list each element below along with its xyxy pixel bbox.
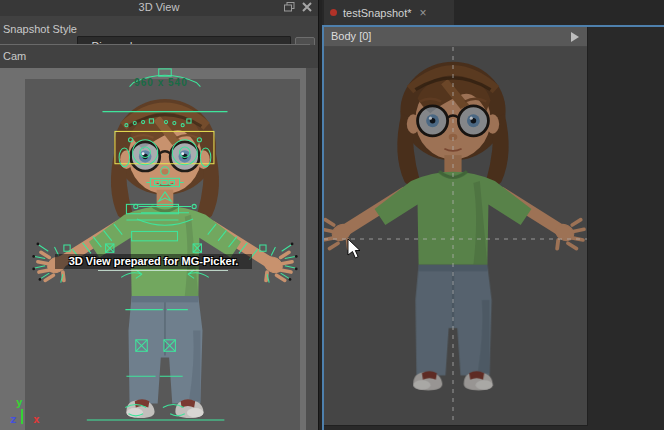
app-window: 3D View Snapshot Style ~Dimmed .. Cam (0, 0, 664, 430)
close-icon[interactable] (302, 2, 312, 12)
axis-y-label: y (16, 396, 23, 409)
resolution-gate-text: 960 x 540 (25, 77, 297, 88)
tab-label: testSnapshot* (343, 7, 412, 19)
cam-label: Cam (3, 50, 26, 62)
snapshot-style-label: Snapshot Style (3, 23, 77, 35)
viewport-edge-gutter (306, 68, 318, 430)
3d-view-panel: 3D View Snapshot Style ~Dimmed .. Cam (0, 0, 319, 430)
axis-z-label: z (10, 413, 17, 426)
tab-bar: testSnapshot* × (322, 0, 664, 25)
float-window-icon[interactable] (284, 2, 295, 12)
axis-y-line (21, 409, 23, 424)
banner-underline (98, 270, 228, 271)
body-group-header[interactable]: Body [0] (324, 27, 587, 47)
mouse-cursor-icon (348, 239, 360, 258)
modified-dot-icon (330, 9, 337, 16)
snapshot-canvas[interactable] (324, 47, 587, 425)
snapshot-editor-panel: testSnapshot* × Body [0] (322, 0, 664, 430)
body-group-label: Body [0] (331, 30, 371, 42)
viewport-banner-text: 3D View prepared for MG-Picker. (55, 254, 252, 269)
tab-testsnapshot[interactable]: testSnapshot* × (324, 0, 454, 25)
left-viewport-canvas[interactable] (0, 68, 318, 430)
right-viewport-canvas[interactable] (324, 47, 587, 425)
snapshot-view[interactable]: Body [0] (324, 27, 588, 426)
axis-x-label: x (33, 413, 40, 426)
play-icon[interactable] (571, 32, 579, 42)
cam-row: Cam front (0, 45, 318, 68)
snapshot-panel-focused: Body [0] (322, 25, 664, 430)
panel-title: 3D View (0, 1, 318, 13)
3d-viewport[interactable]: 960 x 540 3D View prepared for MG-Picker… (0, 68, 318, 430)
character-model-dimmed (324, 62, 584, 391)
tab-close-icon[interactable]: × (420, 6, 427, 20)
3d-view-titlebar[interactable]: 3D View (0, 0, 318, 16)
snapshot-style-row: Snapshot Style ~Dimmed .. (0, 16, 318, 44)
